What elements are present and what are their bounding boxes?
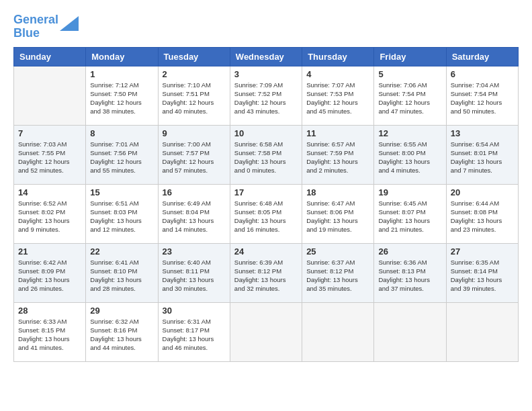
sunset-time: 8:03 PM (114, 208, 137, 216)
daylight-label: Daylight: (163, 276, 189, 283)
cell-info: Sunrise: 6:54 AMSunset: 8:01 PMDaylight:… (451, 140, 514, 175)
cell-info: Sunrise: 6:42 AMSunset: 8:09 PMDaylight:… (18, 258, 81, 293)
week-row-4: 21Sunrise: 6:42 AMSunset: 8:09 PMDayligh… (14, 243, 519, 302)
sunset-label: Sunset: (378, 90, 402, 97)
date-number: 21 (18, 246, 81, 257)
daylight-label: Daylight: (234, 217, 261, 224)
daylight-label: Daylight: (378, 158, 405, 165)
cal-cell: 28Sunrise: 6:33 AMSunset: 8:15 PMDayligh… (14, 302, 86, 361)
cal-cell: 3Sunrise: 7:09 AMSunset: 7:52 PMDaylight… (230, 66, 302, 125)
sunset-label: Sunset: (234, 208, 258, 216)
day-header-thursday: Thursday (302, 47, 374, 66)
sunset-time: 8:08 PM (474, 208, 498, 216)
sunset-label: Sunset: (163, 208, 186, 216)
sunset-time: 8:06 PM (330, 208, 353, 216)
sunrise-label: Sunrise: (234, 81, 260, 89)
date-number: 12 (378, 128, 441, 138)
cal-cell: 13Sunrise: 6:54 AMSunset: 8:01 PMDayligh… (446, 125, 518, 184)
week-row-2: 7Sunrise: 7:03 AMSunset: 7:55 PMDaylight… (14, 125, 519, 184)
sunrise-label: Sunrise: (306, 199, 332, 207)
daylight-label: Daylight: (90, 99, 117, 106)
sunset-time: 8:16 PM (114, 326, 137, 334)
sunrise-time: 7:00 AM (187, 140, 211, 148)
sunset-label: Sunset: (234, 267, 258, 275)
date-number: 18 (306, 187, 369, 197)
daylight-label: Daylight: (378, 99, 405, 106)
sunrise-label: Sunrise: (90, 199, 116, 207)
cal-cell (230, 302, 302, 361)
sunset-time: 7:51 PM (185, 90, 209, 97)
cal-cell: 6Sunrise: 7:04 AMSunset: 7:54 PMDaylight… (446, 66, 518, 125)
sunset-label: Sunset: (18, 267, 42, 275)
header-row: SundayMondayTuesdayWednesdayThursdayFrid… (14, 47, 519, 66)
date-number: 25 (306, 246, 369, 257)
date-number: 17 (234, 187, 298, 197)
sunset-label: Sunset: (163, 149, 186, 156)
daylight-label: Daylight: (234, 99, 261, 106)
cal-cell: 20Sunrise: 6:44 AMSunset: 8:08 PMDayligh… (446, 184, 518, 243)
date-number: 15 (90, 187, 153, 197)
sunset-label: Sunset: (90, 90, 114, 97)
cal-cell: 18Sunrise: 6:47 AMSunset: 8:06 PMDayligh… (302, 184, 374, 243)
date-number: 6 (451, 69, 514, 79)
sunrise-label: Sunrise: (90, 318, 116, 325)
sunrise-label: Sunrise: (234, 259, 260, 266)
sunrise-time: 6:41 AM (116, 259, 139, 266)
sunrise-label: Sunrise: (306, 259, 332, 266)
sunset-label: Sunset: (90, 208, 114, 216)
week-row-5: 28Sunrise: 6:33 AMSunset: 8:15 PMDayligh… (14, 302, 519, 361)
date-number: 26 (378, 246, 441, 257)
cell-info: Sunrise: 6:40 AMSunset: 8:11 PMDaylight:… (163, 258, 226, 293)
sunset-time: 7:54 PM (402, 90, 425, 97)
daylight-label: Daylight: (451, 158, 478, 165)
day-header-sunday: Sunday (14, 47, 86, 66)
sunset-label: Sunset: (163, 326, 186, 334)
daylight-label: Daylight: (306, 276, 333, 283)
sunset-time: 8:01 PM (474, 149, 498, 156)
sunset-label: Sunset: (451, 267, 474, 275)
date-number: 7 (18, 128, 81, 138)
sunset-time: 8:11 PM (185, 267, 209, 275)
cell-info: Sunrise: 7:06 AMSunset: 7:54 PMDaylight:… (378, 81, 441, 116)
sunrise-time: 6:31 AM (187, 318, 211, 325)
cal-cell: 15Sunrise: 6:51 AMSunset: 8:03 PMDayligh… (86, 184, 158, 243)
cal-cell: 29Sunrise: 6:32 AMSunset: 8:16 PMDayligh… (86, 302, 158, 361)
date-number: 4 (306, 69, 369, 79)
sunrise-label: Sunrise: (18, 259, 44, 266)
cal-cell: 30Sunrise: 6:31 AMSunset: 8:17 PMDayligh… (158, 302, 230, 361)
cal-cell: 2Sunrise: 7:10 AMSunset: 7:51 PMDaylight… (158, 66, 230, 125)
sunrise-time: 6:36 AM (404, 259, 427, 266)
sunset-label: Sunset: (378, 208, 402, 216)
sunrise-time: 6:44 AM (476, 199, 499, 207)
cell-info: Sunrise: 6:47 AMSunset: 8:06 PMDaylight:… (306, 199, 369, 234)
sunrise-label: Sunrise: (451, 259, 476, 266)
cell-info: Sunrise: 6:33 AMSunset: 8:15 PMDaylight:… (18, 317, 81, 353)
cell-info: Sunrise: 6:35 AMSunset: 8:14 PMDaylight:… (451, 258, 514, 293)
daylight-label: Daylight: (163, 158, 189, 165)
sunset-label: Sunset: (163, 90, 186, 97)
sunrise-label: Sunrise: (451, 199, 476, 207)
cell-info: Sunrise: 6:44 AMSunset: 8:08 PMDaylight:… (451, 199, 514, 234)
logo: GeneralBlue (13, 13, 79, 40)
sunrise-time: 6:37 AM (332, 259, 355, 266)
sunset-label: Sunset: (306, 90, 330, 97)
date-number: 8 (90, 128, 153, 138)
cell-info: Sunrise: 6:49 AMSunset: 8:04 PMDaylight:… (163, 199, 226, 234)
sunset-label: Sunset: (306, 208, 330, 216)
sunrise-label: Sunrise: (378, 140, 404, 148)
sunrise-time: 6:35 AM (476, 259, 499, 266)
sunrise-label: Sunrise: (378, 199, 404, 207)
cal-cell: 10Sunrise: 6:58 AMSunset: 7:58 PMDayligh… (230, 125, 302, 184)
sunset-label: Sunset: (90, 149, 114, 156)
daylight-label: Daylight: (163, 99, 189, 106)
cell-info: Sunrise: 6:36 AMSunset: 8:13 PMDaylight:… (378, 258, 441, 293)
sunset-time: 7:59 PM (330, 149, 353, 156)
cal-cell (446, 302, 518, 361)
daylight-label: Daylight: (234, 276, 261, 283)
cell-info: Sunrise: 7:04 AMSunset: 7:54 PMDaylight:… (451, 81, 514, 116)
logo-blue: Blue (13, 26, 40, 40)
sunset-time: 8:12 PM (330, 267, 353, 275)
logo-icon (60, 16, 79, 31)
daylight-label: Daylight: (18, 335, 45, 342)
sunrise-time: 7:04 AM (476, 81, 499, 89)
